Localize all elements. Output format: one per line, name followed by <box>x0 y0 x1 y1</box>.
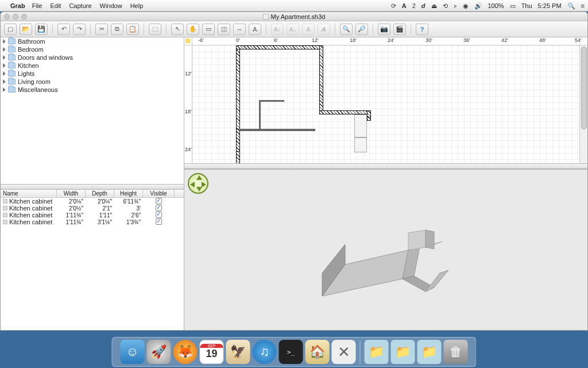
video-button[interactable]: 🎬 <box>393 24 406 35</box>
dock-terminal[interactable]: >_ <box>279 340 303 364</box>
spotlight-icon[interactable]: 🔍 <box>567 2 575 10</box>
ruler-origin[interactable] <box>184 37 192 45</box>
catalog-category[interactable]: Doors and windows <box>1 53 184 62</box>
plan-grid[interactable] <box>192 45 587 163</box>
text-up-button[interactable]: A↑ <box>271 24 284 35</box>
catalog-category[interactable]: Bathroom <box>1 37 184 45</box>
wall-tool[interactable]: ▭ <box>202 24 215 35</box>
notifications-icon[interactable]: ≡ <box>581 2 585 9</box>
col-width[interactable]: Width <box>57 190 86 197</box>
interior-wall[interactable] <box>259 100 261 131</box>
wall[interactable] <box>319 45 323 114</box>
furniture-cabinet[interactable] <box>354 114 367 137</box>
disclosure-triangle-icon[interactable] <box>3 87 6 92</box>
dock-launchpad[interactable]: 🚀 <box>147 340 171 364</box>
dock-calendar[interactable]: SEP 19 <box>200 340 224 364</box>
furniture-catalog[interactable]: Bathroom Bedroom Doors and windows Kitch… <box>1 37 184 184</box>
dimension-tool[interactable]: ↔ <box>233 24 246 35</box>
bluetooth-icon[interactable]: ᚛ <box>454 2 457 10</box>
pan-tool[interactable]: ✋ <box>187 24 199 35</box>
add-furniture-button[interactable]: ⬚ <box>149 24 161 35</box>
dock-x11[interactable]: ✕ <box>332 340 356 364</box>
wall[interactable] <box>319 110 371 114</box>
eject-icon[interactable]: ⏏ <box>431 2 437 10</box>
3d-model[interactable] <box>311 216 512 313</box>
cut-button[interactable]: ✂ <box>95 24 108 35</box>
menu-file[interactable]: File <box>32 2 42 9</box>
wall[interactable] <box>239 129 315 131</box>
col-visible[interactable]: Visible <box>143 190 175 197</box>
bold-button[interactable]: A <box>302 24 315 35</box>
minimize-button[interactable] <box>13 14 18 20</box>
catalog-category[interactable]: Bedroom <box>1 45 184 53</box>
catalog-category[interactable]: Miscellaneous <box>1 86 184 94</box>
clock-time[interactable]: 5:25 PM <box>538 2 562 9</box>
disclosure-triangle-icon[interactable] <box>3 47 6 52</box>
table-row[interactable]: Kitchen cabinet 1'11¾" 3'1¼" 1'3¾" <box>1 218 184 225</box>
visible-checkbox[interactable] <box>156 198 162 204</box>
compass-south-icon[interactable] <box>196 187 202 191</box>
catalog-category[interactable]: Lights <box>1 70 184 78</box>
disclosure-triangle-icon[interactable] <box>3 63 6 68</box>
3d-view[interactable] <box>184 169 587 330</box>
zoom-in-button[interactable]: 🔍 <box>340 24 353 35</box>
wall[interactable] <box>367 117 371 121</box>
interior-wall[interactable] <box>259 100 284 102</box>
redo-button[interactable]: ↷ <box>73 24 86 35</box>
dock-trash[interactable]: 🗑 <box>444 340 468 364</box>
close-button[interactable] <box>4 14 10 20</box>
menu-capture[interactable]: Capture <box>69 2 91 9</box>
compass-west-icon[interactable] <box>190 182 195 187</box>
help-button[interactable]: ? <box>416 24 428 35</box>
room-tool[interactable]: ◫ <box>218 24 230 35</box>
dock-itunes[interactable]: ♫ <box>253 340 277 364</box>
dock-folder[interactable]: 📁 <box>417 340 442 364</box>
disclosure-triangle-icon[interactable] <box>3 55 6 60</box>
select-tool[interactable]: ↖ <box>171 24 184 35</box>
catalog-category[interactable]: Living room <box>1 78 184 86</box>
vertical-scrollbar[interactable] <box>579 45 587 163</box>
photo-button[interactable]: 📷 <box>378 24 390 35</box>
zoom-out-button[interactable]: 🔎 <box>355 24 368 35</box>
text-tool[interactable]: A <box>249 24 261 35</box>
copy-button[interactable]: ⧉ <box>111 24 123 35</box>
battery-percent[interactable]: 100% <box>488 2 504 9</box>
furniture-cabinet[interactable] <box>354 137 367 152</box>
horizontal-splitter[interactable] <box>184 163 587 169</box>
sync-icon[interactable]: ⟳ <box>391 2 396 10</box>
wall[interactable] <box>236 45 323 49</box>
menu-help[interactable]: Help <box>130 2 144 9</box>
plan-view[interactable]: -6' 0' 6' 12' 18' 24' 30' 36' 42' 48' 54… <box>184 37 587 163</box>
dock-firefox[interactable]: 🦊 <box>173 340 198 364</box>
visible-checkbox[interactable] <box>156 218 162 225</box>
clock-day[interactable]: Thu <box>521 2 532 9</box>
menu-edit[interactable]: Edit <box>50 2 61 9</box>
volume-icon[interactable]: 🔊 <box>474 2 482 10</box>
italic-button[interactable]: A <box>318 24 330 35</box>
app-menu[interactable]: Grab <box>10 2 25 9</box>
disclosure-triangle-icon[interactable] <box>3 79 6 84</box>
visible-checkbox[interactable] <box>156 205 162 211</box>
horizontal-splitter[interactable] <box>1 184 184 190</box>
open-button[interactable]: 📂 <box>20 24 32 35</box>
adobe-icon[interactable]: A <box>402 2 407 9</box>
new-button[interactable]: ▢ <box>4 24 17 35</box>
disclosure-triangle-icon[interactable] <box>3 39 6 44</box>
disclosure-triangle-icon[interactable] <box>3 71 6 76</box>
d-icon[interactable]: d <box>421 2 425 9</box>
catalog-category[interactable]: Kitchen <box>1 62 184 70</box>
compass-north-icon[interactable] <box>196 175 202 180</box>
timemachine-icon[interactable]: ⟲ <box>443 2 448 10</box>
dock-mail[interactable]: 🦅 <box>226 340 250 364</box>
titlebar[interactable]: My Apartment.sh3d <box>1 12 587 21</box>
wifi-icon[interactable]: ◉ <box>463 2 469 10</box>
battery-icon[interactable]: ▭ <box>510 2 516 10</box>
zoom-button[interactable] <box>21 14 27 20</box>
dock-finder[interactable]: ☺ <box>121 340 145 364</box>
visible-checkbox[interactable] <box>156 212 162 218</box>
dock-folder[interactable]: 📁 <box>391 340 415 364</box>
navigation-compass[interactable] <box>188 173 208 194</box>
text-down-button[interactable]: A↓ <box>287 24 299 35</box>
furniture-list-body[interactable]: Kitchen cabinet 2'0¼" 2'0¼" 6'11¾" Kitch… <box>1 198 184 330</box>
undo-button[interactable]: ↶ <box>57 24 70 35</box>
